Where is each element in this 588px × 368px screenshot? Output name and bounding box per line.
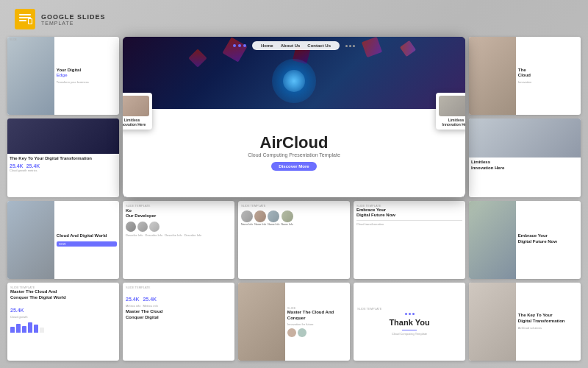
slide-thumb-r4c5[interactable]: The Key To YourDigital Transformation Ai… xyxy=(469,283,581,361)
slide-label-1: SLIDE xyxy=(10,38,17,41)
slide-thumb-r3c4[interactable]: SLIDE TEMPLATE Embrace YourDigital Futur… xyxy=(354,201,465,279)
svg-rect-1 xyxy=(19,14,31,15)
nav-contact[interactable]: Contact Us xyxy=(307,43,331,48)
svg-rect-2 xyxy=(19,17,31,18)
slide-stat-1: 25.4K xyxy=(10,163,24,169)
slide-title-5: TheCloud xyxy=(518,68,578,79)
hero-subtitle: Cloud Computing Presentation Template xyxy=(248,152,340,158)
slide-thumb-r3c5[interactable]: Embrace YourDigital Future Now xyxy=(469,201,581,279)
slide-thumb-r3c3[interactable]: SLIDE TEMPLATE Name Info Name Info Name … xyxy=(238,201,350,279)
slide-title-2: The Key To Your Digital Transformation xyxy=(10,156,117,162)
svg-rect-5 xyxy=(29,19,32,24)
hero-card-left: Limitless Innovation Here xyxy=(123,93,152,130)
svg-rect-3 xyxy=(19,20,26,21)
hero-card-right-text: Limitless Innovation Here xyxy=(439,118,465,127)
slide-thumb-5[interactable]: TheCloud Innovation xyxy=(469,37,581,115)
hero-slide[interactable]: Home About Us Contact Us AirCloud Cloud … xyxy=(123,37,465,197)
slide-thumb-2[interactable]: The Key To Your Digital Transformation 2… xyxy=(7,118,119,197)
template-label: TEMPLATE xyxy=(41,21,106,26)
slide-thumb-1[interactable]: SLIDE Your DigitalEdge Transform your bu… xyxy=(7,37,119,115)
slide-thank-you[interactable]: SLIDE TEMPLATE Thank You Cloud Computing… xyxy=(354,283,465,361)
slide-thumb-r3c2[interactable]: SLIDE TEMPLATE KoOur Developer Describe … xyxy=(123,201,234,279)
slide-thumb-r3c1[interactable]: Cloud And Digital World NOW xyxy=(7,201,119,279)
thank-you-text: Thank You xyxy=(389,318,429,328)
slides-grid: SLIDE Your DigitalEdge Transform your bu… xyxy=(7,37,581,361)
hero-title: AirCloud xyxy=(260,135,329,151)
nav-about[interactable]: About Us xyxy=(281,43,301,48)
hero-card-right: Limitless Innovation Here xyxy=(436,93,465,130)
header: GOOGLE SLIDES TEMPLATE xyxy=(15,9,106,29)
hero-content: AirCloud Cloud Computing Presentation Te… xyxy=(123,109,465,197)
hero-card-left-text: Limitless Innovation Here xyxy=(123,118,149,127)
slide-stat-2: 25.4K xyxy=(26,163,40,169)
google-slides-icon xyxy=(15,9,35,29)
header-text: GOOGLE SLIDES TEMPLATE xyxy=(41,13,106,26)
slide-title-1: Your DigitalEdge xyxy=(57,68,117,79)
hero-nav: Home About Us Contact Us xyxy=(123,41,465,50)
hero-discover-button[interactable]: Discover More xyxy=(271,162,316,171)
brand-label: GOOGLE SLIDES xyxy=(41,13,106,21)
slide-thumb-r4c2[interactable]: SLIDE TEMPLATE 25.4K Metrics info 25.4K … xyxy=(123,283,234,361)
slide-thumb-r4c1[interactable]: SLIDE TEMPLATE Master The Cloud AndConqu… xyxy=(7,283,119,361)
nav-home[interactable]: Home xyxy=(261,43,273,48)
slide-thumb-r4c3[interactable]: SLIDE Master The Cloud And Conquer Innov… xyxy=(238,283,350,361)
slide-thumb-6[interactable]: LimitlessInnovation Here xyxy=(469,118,581,197)
